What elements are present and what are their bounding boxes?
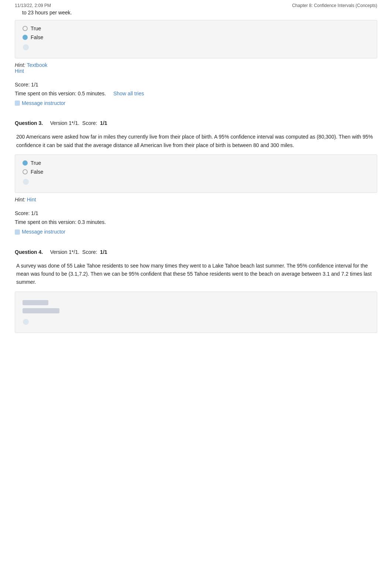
- question3-answer-box: True False: [15, 154, 377, 193]
- question4-answer-box: [15, 292, 377, 333]
- svg-point-0: [23, 44, 29, 50]
- q3-false-label: False: [31, 169, 43, 175]
- chapter-title: Chapter 8: Confidence Intervals (Concept…: [292, 3, 377, 8]
- q3-version: Version 1*/1. Score: 1/1: [44, 120, 107, 126]
- q3-score-section: Score: 1/1 Time spent on this version: 0…: [15, 209, 377, 236]
- q2-false-radio[interactable]: [23, 35, 28, 40]
- question3-body: 200 Americans were asked how far in mile…: [15, 133, 377, 149]
- q3-message-instructor-label: Message instructor: [22, 228, 65, 237]
- question4-body: A survey was done of 55 Lake Tahoe resid…: [15, 262, 377, 286]
- svg-point-2: [23, 319, 29, 325]
- q3-time-spent: Time spent on this version: 0.3 minutes.: [15, 219, 106, 225]
- q4-blurred-bar-2: [23, 308, 59, 313]
- q4-version: Version 1*/1. Score: 1/1: [44, 249, 107, 255]
- q2-score: Score: 1/1: [15, 82, 38, 88]
- q3-score-value: 1/1: [100, 120, 107, 126]
- section-intro-text: to 23 hours per week.: [15, 10, 377, 16]
- q4-header-label: Question 4.: [15, 249, 43, 255]
- q3-hint-link[interactable]: Hint: [27, 197, 36, 203]
- q2-show-all-tries[interactable]: Show all tries: [113, 89, 144, 98]
- q3-true-radio[interactable]: [23, 160, 28, 166]
- timestamp: 11/13/22, 2:09 PM: [15, 3, 51, 8]
- q3-score-line: Score: 1/1: [15, 209, 377, 218]
- q4-blurred-options: [23, 297, 369, 315]
- q3-checkmark-icon: [23, 178, 29, 185]
- q3-hint-section: Hint: Hint: [15, 197, 377, 203]
- q2-score-line: Score: 1/1: [15, 81, 377, 89]
- q2-time-line: Time spent on this version: 0.5 minutes.…: [15, 89, 377, 98]
- q4-blurred-bar-1: [23, 300, 48, 305]
- q3-option-true[interactable]: True: [23, 160, 369, 166]
- q3-option-false[interactable]: False: [23, 169, 369, 175]
- q3-answer-footer: [23, 178, 369, 185]
- q2-option-true[interactable]: True: [23, 25, 369, 31]
- q2-hint-section: Hint: Textbook Hint: [15, 62, 377, 74]
- q3-true-label: True: [31, 160, 41, 166]
- q2-score-section: Score: 1/1 Time spent on this version: 0…: [15, 81, 377, 108]
- q2-true-label: True: [31, 25, 41, 31]
- q4-score-value: 1/1: [100, 249, 107, 255]
- q3-message-icon: [15, 229, 20, 235]
- q3-message-instructor[interactable]: Message instructor: [15, 228, 377, 237]
- page-content: to 23 hours per week. True False Hint: T…: [0, 10, 392, 351]
- q2-hint-textbook-link[interactable]: Textbook: [27, 62, 47, 68]
- q2-hint-label: Hint:: [15, 62, 25, 68]
- q2-option-false[interactable]: False: [23, 34, 369, 40]
- q4-checkmark-icon: [23, 319, 29, 325]
- q2-message-icon: [15, 101, 20, 106]
- q2-message-instructor-label: Message instructor: [22, 99, 65, 108]
- q2-hint-link[interactable]: Hint: [15, 68, 24, 74]
- q2-time-spent: Time spent on this version: 0.5 minutes.: [15, 89, 106, 98]
- q3-header-label: Question 3.: [15, 120, 43, 126]
- q4-answer-footer: [23, 319, 369, 325]
- q2-checkmark-icon: [23, 44, 29, 51]
- question2-answer-box: True False: [15, 20, 377, 58]
- svg-point-1: [23, 179, 29, 185]
- q2-message-instructor[interactable]: Message instructor: [15, 99, 377, 108]
- question3-header: Question 3. Version 1*/1. Score: 1/1: [15, 116, 377, 126]
- question4-header: Question 4. Version 1*/1. Score: 1/1: [15, 245, 377, 255]
- q2-answer-footer: [23, 44, 369, 51]
- q3-hint-label: Hint:: [15, 197, 25, 203]
- q2-false-label: False: [31, 34, 43, 40]
- q3-false-radio[interactable]: [23, 169, 28, 174]
- q2-true-radio[interactable]: [23, 26, 28, 31]
- page-header: 11/13/22, 2:09 PM Chapter 8: Confidence …: [0, 0, 392, 10]
- q3-score: Score: 1/1: [15, 210, 38, 216]
- q3-time-line: Time spent on this version: 0.3 minutes.: [15, 218, 377, 227]
